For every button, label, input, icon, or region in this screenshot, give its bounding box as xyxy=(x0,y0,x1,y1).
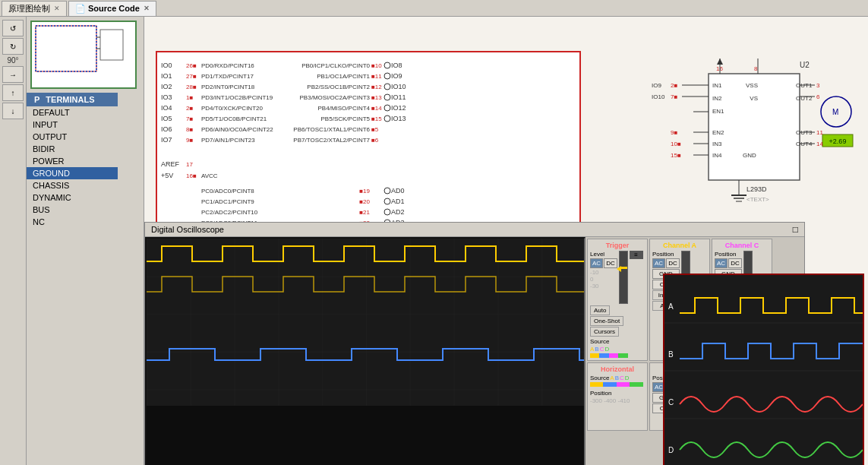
sidebar-item-input[interactable]: INPUT xyxy=(27,119,118,131)
sidebar-item-power[interactable]: POWER xyxy=(27,155,118,167)
schematic-background: IO0 IO1 IO2 IO3 IO4 IO5 IO6 IO7 26■ 27■ … xyxy=(144,17,868,465)
trigger-dc-button[interactable]: DC xyxy=(604,258,617,268)
trigger-ac-button[interactable]: AC xyxy=(590,258,603,268)
chan-c-dc-button[interactable]: DC xyxy=(728,258,742,268)
sidebar-item-output[interactable]: OUTPUT xyxy=(27,131,118,143)
trigger-section: Trigger Level AC DC xyxy=(587,239,648,361)
redo-button[interactable]: ↻ xyxy=(2,38,24,55)
sidebar-item-default[interactable]: DEFAULT xyxy=(27,106,118,119)
svg-rect-1 xyxy=(100,30,123,60)
auto-button[interactable]: Auto xyxy=(590,305,610,315)
horiz-val1: -300 -400 -410 xyxy=(590,397,645,404)
channel-c-position-label: Position xyxy=(715,251,742,258)
arrow-down-button[interactable]: ↓ xyxy=(2,103,24,119)
tab-source-label: Source Code xyxy=(88,4,140,13)
trigger-slider-arrow xyxy=(617,266,621,272)
chan-c-ac-button[interactable]: AC xyxy=(715,258,728,268)
trigger-oneshot: One-Shot xyxy=(590,316,645,326)
source-c[interactable]: C xyxy=(600,346,604,353)
svg-text:7■: 7■ xyxy=(671,93,677,100)
svg-text:9■: 9■ xyxy=(671,129,677,136)
channel-c-title: Channel C xyxy=(715,242,769,249)
sidebar-item-dynamic[interactable]: DYNAMIC xyxy=(27,191,118,204)
svg-text:PB4/MISO/PCINT4: PB4/MISO/PCINT4 xyxy=(318,105,371,112)
svg-text:IN4: IN4 xyxy=(712,152,722,159)
svg-text:PB5/SCK/PCINT5: PB5/SCK/PCINT5 xyxy=(321,115,371,122)
source-d[interactable]: D xyxy=(604,346,609,353)
svg-text:AD1: AD1 xyxy=(391,198,405,205)
svg-text:AD0: AD0 xyxy=(391,187,405,195)
sidebar-item-bus[interactable]: BUS xyxy=(27,204,118,216)
horiz-values: -300 -400 -410 xyxy=(590,397,645,404)
tab-schematic-close[interactable]: ✕ xyxy=(54,5,60,12)
svg-text:8: 8 xyxy=(754,65,758,72)
trigger-level-slider[interactable] xyxy=(619,251,628,304)
source-channel-buttons: A B C D xyxy=(590,346,645,353)
svg-text:EN1: EN1 xyxy=(712,108,724,115)
u2-component: U2 IN1 IN2 EN1 VSS VS OUT1 OUT2 xyxy=(648,59,860,226)
tab-source-icon: 📄 xyxy=(75,4,86,14)
trigger-level-controls: Level AC DC -10 0 -30 xyxy=(590,251,617,289)
horiz-b[interactable]: B xyxy=(615,375,619,381)
svg-point-72 xyxy=(384,209,390,215)
horiz-position-label: Position xyxy=(590,390,645,397)
oscilloscope-close-button[interactable]: □ xyxy=(793,224,798,235)
one-shot-button[interactable]: One-Shot xyxy=(590,316,623,326)
svg-text:■13: ■13 xyxy=(371,94,382,101)
undo-button[interactable]: ↺ xyxy=(2,20,24,36)
canvas-area: IO0 IO1 IO2 IO3 IO4 IO5 IO6 IO7 26■ 27■ … xyxy=(144,17,868,465)
svg-text:PD3/INT1/OC2B/PCINT19: PD3/INT1/OC2B/PCINT19 xyxy=(201,94,273,101)
svg-rect-2 xyxy=(36,26,96,71)
horizontal-section: Horizontal Source A B C D xyxy=(587,362,648,431)
u2-schematic: U2 IN1 IN2 EN1 VSS VS OUT1 OUT2 xyxy=(648,59,860,226)
svg-text:■6: ■6 xyxy=(371,137,379,144)
svg-text:IO7: IO7 xyxy=(161,136,172,144)
svg-text:B: B xyxy=(668,350,674,359)
trigger-cursors: Cursors xyxy=(590,327,645,337)
trigger-values: -10 0 -30 xyxy=(590,269,617,289)
atmega-schematic: IO0 IO1 IO2 IO3 IO4 IO5 IO6 IO7 26■ 27■ … xyxy=(157,52,582,227)
arrow-up-button[interactable]: ↑ xyxy=(2,84,24,101)
sidebar-title: TERMINALS xyxy=(46,95,94,104)
cursors-button[interactable]: Cursors xyxy=(590,327,619,337)
sidebar: P TERMINALS DEFAULT INPUT OUTPUT BIDIR P… xyxy=(27,93,118,465)
svg-text:14: 14 xyxy=(816,141,823,147)
svg-text:■11: ■11 xyxy=(371,73,382,80)
svg-text:IO10: IO10 xyxy=(652,93,665,100)
horiz-c[interactable]: C xyxy=(620,375,624,381)
chan-a-dc-button[interactable]: DC xyxy=(666,258,680,268)
tab-schematic[interactable]: 原理图绘制 ✕ xyxy=(2,1,67,16)
horiz-d[interactable]: D xyxy=(625,375,630,381)
source-a[interactable]: A xyxy=(590,346,594,353)
sidebar-header: P TERMINALS xyxy=(27,93,118,106)
tab-source[interactable]: 📄 Source Code ✕ xyxy=(68,1,156,16)
source-b[interactable]: B xyxy=(595,346,598,353)
sidebar-item-bidir[interactable]: BIDIR xyxy=(27,143,118,155)
svg-text:IO9: IO9 xyxy=(391,72,402,80)
sidebar-item-ground[interactable]: GROUND xyxy=(27,167,118,179)
source-color-bar xyxy=(590,353,628,358)
oscilloscope-title: Digital Oscilloscope xyxy=(151,225,224,234)
chan-a-ac-button[interactable]: AC xyxy=(652,258,665,268)
tab-source-close[interactable]: ✕ xyxy=(144,5,150,12)
svg-text:15■: 15■ xyxy=(671,152,681,159)
svg-text:+5V: +5V xyxy=(161,172,173,179)
arrow-right-button[interactable]: → xyxy=(2,66,24,83)
svg-text:3: 3 xyxy=(816,82,820,89)
svg-text:28■: 28■ xyxy=(186,84,197,90)
svg-text:PD1/TXD/PCINT17: PD1/TXD/PCINT17 xyxy=(201,73,254,80)
svg-point-55 xyxy=(384,105,390,111)
sidebar-item-nc[interactable]: NC xyxy=(27,216,118,228)
svg-text:AVCC: AVCC xyxy=(201,172,218,179)
horiz-a[interactable]: A xyxy=(610,375,614,381)
svg-marker-100 xyxy=(717,59,723,65)
sidebar-item-chassis[interactable]: CHASSIS xyxy=(27,179,118,191)
trigger-controls: Level AC DC -10 0 -30 xyxy=(590,251,645,304)
svg-point-51 xyxy=(384,62,390,68)
svg-text:IO8: IO8 xyxy=(391,62,402,69)
svg-text:PB3/MOSI/OC2A/PCINT3: PB3/MOSI/OC2A/PCINT3 xyxy=(300,94,371,101)
trigger-hold-off[interactable]: ≡ xyxy=(630,251,643,259)
oscilloscope-screen xyxy=(145,237,586,465)
trigger-val-bot: -30 xyxy=(590,283,617,289)
trigger-level-label: Level xyxy=(590,251,617,258)
